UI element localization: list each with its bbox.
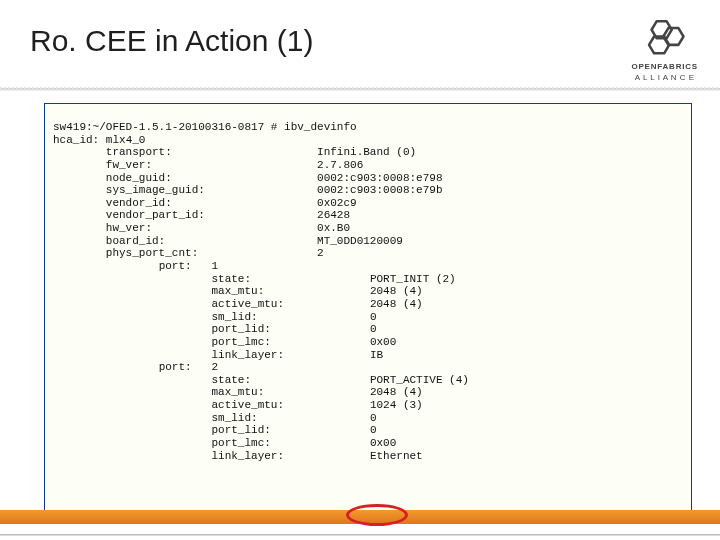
brand-subname: A L L I A N C E [635, 73, 695, 82]
port1-link-layer-label: link_layer: [211, 349, 284, 361]
fw-ver-label: fw_ver: [106, 159, 152, 171]
port-label: port: [159, 260, 192, 272]
port2-num: 2 [211, 361, 218, 373]
port1-active-mtu-value: 2048 (4) [370, 298, 423, 310]
port2-port-lmc-label: port_lmc: [211, 437, 270, 449]
terminal-output: sw419:~/OFED-1.5.1-20100316-0817 # ibv_d… [53, 121, 683, 462]
footer-divider [0, 534, 720, 536]
port2-max-mtu-value: 2048 (4) [370, 386, 423, 398]
vendor-id-value: 0x02c9 [317, 197, 357, 209]
accent-band [0, 510, 720, 524]
port2-state-label: state: [211, 374, 251, 386]
port2-sm-lid-label: sm_lid: [211, 412, 257, 424]
node-guid-value: 0002:c903:0008:e798 [317, 172, 442, 184]
port1-max-mtu-value: 2048 (4) [370, 285, 423, 297]
port1-state-label: state: [211, 273, 251, 285]
node-guid-label: node_guid: [106, 172, 172, 184]
port2-port-lid-label: port_lid: [211, 424, 270, 436]
port1-port-lmc-value: 0x00 [370, 336, 396, 348]
fw-ver-value: 2.7.806 [317, 159, 363, 171]
port1-port-lid-label: port_lid: [211, 323, 270, 335]
port2-link-layer-value: Ethernet [370, 450, 423, 462]
brand-name: OPENFABRICS [631, 62, 698, 71]
transport-label: transport: [106, 146, 172, 158]
port1-sm-lid-value: 0 [370, 311, 377, 323]
sys-image-guid-label: sys_image_guid: [106, 184, 205, 196]
port2-port-lmc-value: 0x00 [370, 437, 396, 449]
port1-port-lid-value: 0 [370, 323, 377, 335]
port-label-2: port: [159, 361, 192, 373]
openfabrics-logo-icon [639, 18, 691, 60]
terminal-output-box: sw419:~/OFED-1.5.1-20100316-0817 # ibv_d… [44, 103, 692, 513]
port1-link-layer-value: IB [370, 349, 383, 361]
transport-value: Infini.Band (0) [317, 146, 416, 158]
phys-port-cnt-label: phys_port_cnt: [106, 247, 198, 259]
port2-max-mtu-label: max_mtu: [211, 386, 264, 398]
phys-port-cnt-value: 2 [317, 247, 324, 259]
page-title: Ro. CEE in Action (1) [30, 18, 313, 58]
port1-port-lmc-label: port_lmc: [211, 336, 270, 348]
port2-active-mtu-value: 1024 (3) [370, 399, 423, 411]
vendor-part-id-value: 26428 [317, 209, 350, 221]
vendor-part-id-label: vendor_part_id: [106, 209, 205, 221]
board-id-label: board_id: [106, 235, 165, 247]
port1-active-mtu-label: active_mtu: [211, 298, 284, 310]
port1-max-mtu-label: max_mtu: [211, 285, 264, 297]
port1-state-value: PORT_INIT (2) [370, 273, 456, 285]
port1-num: 1 [211, 260, 218, 272]
prompt-line: sw419:~/OFED-1.5.1-20100316-0817 # ibv_d… [53, 121, 357, 133]
sys-image-guid-value: 0002:c903:0008:e79b [317, 184, 442, 196]
hw-ver-value: 0x.B0 [317, 222, 350, 234]
board-id-value: MT_0DD0120009 [317, 235, 403, 247]
port2-sm-lid-value: 0 [370, 412, 377, 424]
port2-state-value: PORT_ACTIVE (4) [370, 374, 469, 386]
hca-id-label: hca_id: [53, 134, 99, 146]
hca-id-value: mlx4_0 [106, 134, 146, 146]
hw-ver-label: hw_ver: [106, 222, 152, 234]
port2-link-layer-label: link_layer: [211, 450, 284, 462]
brand-logo: OPENFABRICS A L L I A N C E [631, 18, 698, 82]
header-divider [0, 88, 720, 91]
vendor-id-label: vendor_id: [106, 197, 172, 209]
port1-sm-lid-label: sm_lid: [211, 311, 257, 323]
port2-active-mtu-label: active_mtu: [211, 399, 284, 411]
port2-port-lid-value: 0 [370, 424, 377, 436]
